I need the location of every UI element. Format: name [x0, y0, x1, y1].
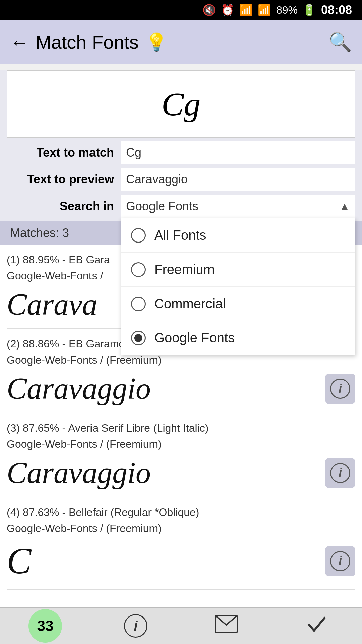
- mute-icon: 🔇: [202, 4, 216, 16]
- option-freemium[interactable]: Freemium: [121, 253, 355, 287]
- result-3-meta: (3) 87.65% - Averia Serif Libre (Light I…: [7, 420, 355, 452]
- info-icon-3: i: [330, 463, 350, 483]
- check-icon: [307, 614, 327, 638]
- result-3-info-text: (3) 87.65% - Averia Serif Libre (Light I…: [7, 422, 208, 434]
- status-icons: 🔇 ⏰ 📶 📶 89% 🔋 08:08: [202, 3, 352, 17]
- result-4-meta: (4) 87.63% - Bellefair (Regular *Oblique…: [7, 504, 355, 536]
- mail-toolbar-button[interactable]: [209, 609, 243, 643]
- page-title: Match Fonts: [36, 31, 139, 53]
- header-left: ← Match Fonts 💡: [10, 31, 167, 53]
- result-2-source: Google-Web-Fonts / (Freemium): [7, 354, 162, 366]
- result-4-preview-row: C i: [7, 540, 355, 582]
- search-button[interactable]: 🔍: [328, 31, 352, 53]
- app-header: ← Match Fonts 💡 🔍: [0, 20, 362, 64]
- text-to-match-row: Text to match: [7, 141, 355, 164]
- matches-count: Matches: 3: [10, 226, 69, 240]
- result-2-font-preview: Caravaggio: [7, 371, 325, 406]
- info-icon-2: i: [330, 379, 350, 399]
- info-toolbar-button[interactable]: i: [119, 609, 153, 643]
- result-1-source: Google-Web-Fonts /: [7, 270, 103, 282]
- dropdown-popup: All Fonts Freemium Commercial Google Fon…: [121, 218, 355, 355]
- info-toolbar-icon: i: [124, 614, 147, 638]
- radio-all-fonts: [131, 228, 146, 243]
- mail-icon: [215, 615, 238, 637]
- status-bar: 🔇 ⏰ 📶 📶 89% 🔋 08:08: [0, 0, 362, 20]
- wifi-icon: 📶: [239, 4, 253, 16]
- font-preview-box: Cg: [7, 70, 355, 138]
- text-to-preview-input[interactable]: [121, 168, 355, 191]
- result-item-4: (4) 87.63% - Bellefair (Regular *Oblique…: [7, 497, 355, 590]
- result-2-preview-row: Caravaggio i: [7, 371, 355, 406]
- result-1-font-preview: Carava: [7, 287, 97, 322]
- result-4-info-text: (4) 87.63% - Bellefair (Regular *Oblique…: [7, 506, 199, 518]
- main-content: Cg Text to match Text to preview Search …: [0, 70, 362, 630]
- result-2-info-button[interactable]: i: [325, 374, 355, 404]
- text-to-preview-row: Text to preview: [7, 168, 355, 191]
- result-4-info-button[interactable]: i: [325, 546, 355, 576]
- check-toolbar-button[interactable]: [300, 609, 334, 643]
- search-in-row: Search in Google Fonts ▲ All Fonts Freem…: [7, 195, 355, 218]
- result-4-font-preview: C: [7, 540, 325, 582]
- option-google-fonts[interactable]: Google Fonts: [121, 321, 355, 355]
- result-item-3: (3) 87.65% - Averia Serif Libre (Light I…: [7, 413, 355, 497]
- result-3-preview-row: Caravaggio i: [7, 455, 355, 490]
- dropdown-selected-value: Google Fonts: [126, 199, 198, 213]
- text-to-preview-label: Text to preview: [7, 172, 121, 186]
- battery-icon: 🔋: [303, 4, 316, 16]
- count-label: 33: [37, 618, 54, 634]
- lightbulb-icon: 💡: [145, 32, 167, 52]
- result-1-info-text: (1) 88.95% - EB Gara: [7, 254, 110, 266]
- radio-commercial: [131, 297, 146, 311]
- bottom-toolbar: 33 i: [0, 607, 362, 644]
- option-freemium-label: Freemium: [154, 262, 215, 277]
- radio-freemium: [131, 262, 146, 277]
- option-all-fonts-label: All Fonts: [154, 228, 206, 243]
- radio-google-fonts: [131, 331, 146, 345]
- result-3-source: Google-Web-Fonts / (Freemium): [7, 438, 162, 450]
- option-all-fonts[interactable]: All Fonts: [121, 218, 355, 253]
- search-in-label: Search in: [7, 199, 121, 213]
- preview-display-text: Cg: [162, 85, 201, 123]
- back-button[interactable]: ←: [10, 31, 29, 53]
- search-in-dropdown[interactable]: Google Fonts ▲: [121, 195, 355, 218]
- result-4-source: Google-Web-Fonts / (Freemium): [7, 522, 162, 534]
- battery-text: 89%: [276, 4, 298, 16]
- text-to-match-input[interactable]: [121, 141, 355, 164]
- option-commercial[interactable]: Commercial: [121, 287, 355, 321]
- count-button[interactable]: 33: [28, 609, 62, 643]
- text-to-match-label: Text to match: [7, 146, 121, 160]
- dropdown-arrow-icon: ▲: [339, 200, 350, 213]
- signal-icon: 📶: [258, 4, 271, 16]
- result-3-info-button[interactable]: i: [325, 458, 355, 488]
- option-google-fonts-label: Google Fonts: [154, 330, 235, 345]
- option-commercial-label: Commercial: [154, 296, 226, 311]
- time-display: 08:08: [321, 3, 352, 17]
- alarm-icon: ⏰: [221, 4, 234, 16]
- info-icon-4: i: [330, 551, 350, 571]
- result-3-font-preview: Caravaggio: [7, 455, 325, 490]
